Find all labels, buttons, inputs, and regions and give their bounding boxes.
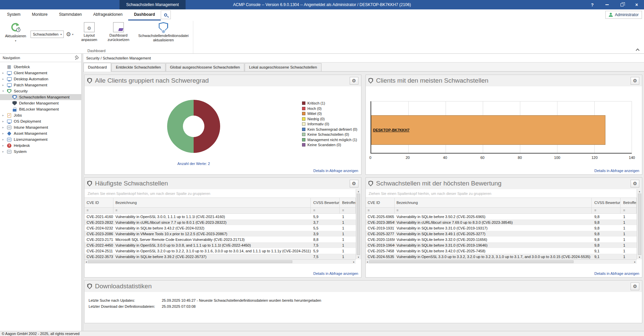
menu-tab[interactable]: Dashboard: [128, 9, 161, 21]
column-header[interactable]: CVSS Bewertung: [592, 198, 621, 207]
panel-gear-button[interactable]: ⚙: [350, 180, 358, 187]
column-header[interactable]: Bezeichnung: [395, 198, 592, 207]
table-row[interactable]: CVE-2021-4160 Vulnerability in OpenSSL 3…: [85, 214, 356, 219]
horizontal-scrollbar[interactable]: ◂▸: [366, 259, 637, 264]
expand-chevron-icon[interactable]: ▸: [2, 144, 7, 147]
nav-item[interactable]: ▸ Client Management: [0, 70, 81, 76]
scroll-down-icon[interactable]: ▾: [358, 256, 359, 259]
nav-item[interactable]: ▾ Security: [0, 88, 81, 94]
minimize-button[interactable]: [600, 0, 614, 9]
table-row[interactable]: CVE-2024-0232 Vulnerability in SQLite be…: [85, 225, 356, 231]
scroll-up-icon[interactable]: ▴: [358, 190, 359, 193]
nav-item[interactable]: ▸ System: [0, 149, 81, 155]
column-header[interactable]: CVE ID: [85, 198, 113, 207]
pin-icon[interactable]: [75, 56, 79, 60]
column-header[interactable]: CVE ID: [366, 198, 395, 207]
expand-chevron-icon[interactable]: ▸: [2, 138, 7, 141]
bar[interactable]: DESKTOP-BK7KKH7: [371, 115, 606, 144]
table-row[interactable]: CVE-2023-20867 Vulnerability in VMware T…: [85, 231, 356, 237]
table-row[interactable]: CVE-2024-5535 Vulnerability in OpenSSL 3…: [366, 254, 637, 259]
group-by-hint[interactable]: Ziehen Sie einen Spaltenkopf hierhin, um…: [366, 189, 637, 198]
expand-chevron-icon[interactable]: ▸: [2, 132, 7, 135]
nav-item[interactable]: Defender Management: [0, 100, 81, 106]
panel-gear-button[interactable]: ⚙: [631, 77, 639, 85]
nav-item[interactable]: ▸ Desktop Automation: [0, 76, 81, 82]
filter-cell[interactable]: =: [366, 208, 395, 213]
expand-chevron-icon[interactable]: ▸: [2, 83, 7, 87]
expand-chevron-icon[interactable]: ▸: [2, 114, 7, 117]
nav-item[interactable]: BitLocker Management: [0, 106, 81, 112]
table-row[interactable]: CVE-2023-28322 Vulnerability in cURL/lib…: [85, 219, 356, 225]
table-row[interactable]: CVE-2020-11656 Vulnerability in SQLite b…: [366, 237, 637, 242]
column-header[interactable]: Betroffene Clients: [340, 198, 356, 207]
group-by-hint[interactable]: Ziehen Sie einen Spaltenkopf hierhin, um…: [85, 189, 356, 198]
expand-chevron-icon[interactable]: ▸: [2, 150, 7, 153]
table-row[interactable]: CVE-2019-19646 Vulnerability in SQLite b…: [366, 242, 637, 248]
expand-chevron-icon[interactable]: ▸: [2, 71, 7, 75]
nav-item[interactable]: ▸ Asset Management: [0, 130, 81, 136]
layout-adjust-button[interactable]: ⚙ Layout anpassen: [77, 22, 102, 47]
help-button[interactable]: ?: [585, 0, 600, 9]
scroll-down-icon[interactable]: ▾: [639, 256, 640, 259]
column-header[interactable]: CVSS Bewertung: [311, 198, 340, 207]
expand-chevron-icon[interactable]: ▾: [2, 89, 7, 93]
table-row[interactable]: CVE-2023-38545 Vulnerability in cURL/lib…: [366, 219, 637, 225]
nav-item[interactable]: ▸ OS Deployment: [0, 118, 81, 124]
filter-cell[interactable]: =: [621, 208, 637, 213]
content-tab[interactable]: Dashboard: [84, 63, 111, 72]
filter-cell[interactable]: =: [395, 208, 592, 213]
details-link[interactable]: Details in Abfrage anzeigen: [594, 271, 639, 276]
table-row[interactable]: CVE-2023-21713 Microsoft SQL Server Remo…: [85, 237, 356, 242]
ribbon-collapse-button[interactable]: [636, 48, 639, 51]
details-link[interactable]: Details in Abfrage anzeigen: [313, 271, 358, 276]
vertical-scrollbar[interactable]: ▴▾: [637, 189, 642, 259]
expand-chevron-icon[interactable]: ▸: [2, 120, 7, 123]
dashboard-reset-button[interactable]: Dashboard zurücksetzen: [102, 22, 135, 47]
expand-chevron-icon[interactable]: ▸: [2, 126, 7, 129]
horizontal-scrollbar[interactable]: ◂▸: [85, 259, 356, 264]
table-row[interactable]: CVE-2022-35737 Vulnerability in SQLite b…: [85, 254, 356, 259]
scrollbar-thumb[interactable]: [357, 194, 360, 255]
app-tab[interactable]: Schwachstellen Management: [119, 0, 186, 9]
table-row[interactable]: CVE-2022-4450 Vulnerability in OpenSSL 3…: [85, 242, 356, 248]
scope-combobox[interactable]: Schwachstellen ▾: [31, 31, 64, 38]
scroll-right-icon[interactable]: ▸: [353, 260, 354, 263]
scrollbar-thumb[interactable]: [638, 194, 641, 255]
nav-item[interactable]: Überblick: [0, 64, 81, 70]
filter-cell[interactable]: =: [85, 208, 113, 213]
search-button[interactable]: [161, 10, 171, 19]
menu-tab[interactable]: System: [1, 9, 26, 21]
table-row[interactable]: CVE-2024-2511 Vulnerability in OpenSSL 3…: [85, 248, 356, 254]
nav-item[interactable]: ▸ Lizenzmanagement: [0, 136, 81, 142]
nav-item[interactable]: Schwachstellen Management: [0, 94, 81, 100]
bar-label[interactable]: DESKTOP-BK7KKH7: [371, 128, 410, 132]
table-row[interactable]: CVE-2025-3277 Vulnerability in SQLite be…: [366, 231, 637, 237]
scrollbar-thumb[interactable]: [369, 260, 574, 263]
content-tab[interactable]: Global ausgeschlossene Schwachstellen: [166, 63, 244, 71]
details-link[interactable]: Details in Abfrage anzeigen: [313, 169, 358, 173]
panel-gear-button[interactable]: ⚙: [631, 180, 639, 187]
details-link[interactable]: Details in Abfrage anzeigen: [594, 169, 639, 173]
restore-button[interactable]: [614, 0, 629, 9]
table-row[interactable]: CVE-2025-6965 Vulnerability in SQLite be…: [366, 214, 637, 219]
content-tab[interactable]: Lokal ausgeschlossene Schwachstellen: [245, 63, 321, 71]
filter-cell[interactable]: =: [311, 208, 340, 213]
refresh-button[interactable]: Aktualisieren ▾: [3, 22, 29, 47]
menu-tab[interactable]: Monitore: [26, 9, 53, 21]
close-button[interactable]: ×: [629, 0, 644, 9]
panel-gear-button[interactable]: ⚙: [350, 77, 358, 85]
donut-chart[interactable]: [167, 100, 220, 153]
table-row[interactable]: CVE-2019-19317 Vulnerability in SQLite b…: [366, 225, 637, 231]
menu-tab[interactable]: Abfrageaktionen: [88, 9, 128, 21]
filter-cell[interactable]: =: [113, 208, 311, 213]
nav-item[interactable]: ▸ Jobs: [0, 112, 81, 118]
settings-dropdown-button[interactable]: ⚙ ▾: [66, 32, 73, 37]
scrollbar-thumb[interactable]: [88, 260, 292, 263]
content-tab[interactable]: Entdeckte Schwachstellen: [111, 63, 165, 71]
filter-cell[interactable]: =: [340, 208, 356, 213]
column-header[interactable]: Bezeichnung: [113, 198, 311, 207]
vertical-scrollbar[interactable]: ▴▾: [356, 189, 361, 259]
panel-gear-button[interactable]: ⚙: [631, 283, 639, 290]
filter-cell[interactable]: =: [592, 208, 621, 213]
nav-item[interactable]: ▸ Helpdesk: [0, 142, 81, 149]
